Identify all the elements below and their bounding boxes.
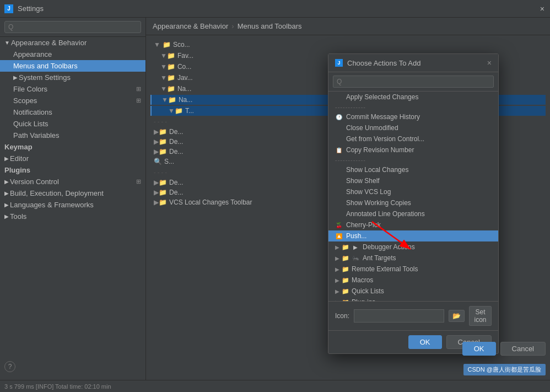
row-label: Na...: [179, 96, 192, 104]
sidebar-item-version-control[interactable]: ▶ Version Control ⊞: [0, 176, 145, 187]
expand-icon: ▶: [13, 74, 18, 80]
modal-item-show-shelf[interactable]: Show Shelf: [328, 175, 498, 186]
window-cancel-button[interactable]: Cancel: [500, 342, 546, 356]
modal-item-debugger-actions[interactable]: ▶ 📁 ▶ Debugger Actions: [328, 241, 498, 253]
modal-item-cherry-pick[interactable]: 🍒 Cherry-Pick: [328, 219, 498, 230]
icon-label: Icon:: [335, 312, 349, 320]
arrow-icon: ▶: [154, 128, 159, 136]
window-ok-button[interactable]: OK: [462, 342, 496, 356]
modal-item-commit-history[interactable]: 🕐 Commit Message History: [328, 111, 498, 122]
sidebar-search-input[interactable]: [4, 21, 141, 33]
expand-icon: ▶: [335, 277, 339, 283]
expand-icon: ▶: [335, 266, 339, 272]
status-text: 3 s 799 ms [INFO] Total time: 02:10 min: [4, 383, 111, 390]
sidebar-item-plugins[interactable]: Plugins: [0, 164, 145, 176]
title-bar: J Settings ×: [0, 0, 550, 18]
modal-item-push[interactable]: 🔼 Push...: [328, 230, 498, 241]
sidebar-item-notifications[interactable]: Notifications: [0, 106, 145, 118]
sidebar: ▼ Appearance & Behavior Appearance Menus…: [0, 18, 146, 380]
expand-icon: ▶: [335, 244, 339, 250]
status-bar: 3 s 799 ms [INFO] Total time: 02:10 min: [0, 380, 550, 392]
sidebar-item-appearance[interactable]: Appearance: [0, 49, 145, 60]
item-label: Close Unmodified: [346, 124, 398, 132]
sidebar-label: Editor: [10, 154, 29, 163]
sidebar-item-file-colors[interactable]: File Colors ⊞: [0, 83, 145, 95]
modal-item-get-from-vcs[interactable]: Get from Version Control...: [328, 133, 498, 144]
sidebar-item-languages[interactable]: ▶ Languages & Frameworks: [0, 199, 145, 211]
modal-actions-list: Apply Selected Changes ------------ 🕐 Co…: [328, 92, 498, 301]
row-label: Na...: [177, 85, 191, 93]
window-close-button[interactable]: ×: [540, 4, 544, 13]
row-label: De...: [169, 128, 183, 136]
modal-item-apply-selected[interactable]: Apply Selected Changes: [328, 92, 498, 103]
sidebar-item-path-variables[interactable]: Path Variables: [0, 130, 145, 141]
item-icon: ▶: [352, 243, 359, 251]
modal-item-annotated-line[interactable]: Annotated Line Operations: [328, 208, 498, 219]
sidebar-item-build[interactable]: ▶ Build, Execution, Deployment: [0, 187, 145, 199]
folder-icon: 📁: [159, 128, 167, 136]
sidebar-label: Notifications: [13, 108, 52, 116]
modal-item-copy-revision[interactable]: 📋 Copy Revision Number: [328, 144, 498, 155]
item-label: Macros: [352, 276, 373, 284]
folder-icon: 📁: [159, 138, 167, 146]
sidebar-item-quick-lists[interactable]: Quick Lists: [0, 118, 145, 130]
item-label: Get from Version Control...: [346, 135, 424, 143]
sidebar-item-tools[interactable]: ▶ Tools: [0, 211, 145, 222]
icon-input[interactable]: [354, 309, 444, 323]
item-label: Ant Targets: [363, 254, 396, 262]
sidebar-item-scopes[interactable]: Scopes ⊞: [0, 95, 145, 106]
item-label: Copy Revision Number: [346, 146, 414, 154]
item-label: Show VCS Log: [346, 188, 391, 196]
sidebar-item-menus-toolbars[interactable]: Menus and Toolbars: [0, 60, 145, 72]
row-label: De...: [169, 179, 183, 186]
folder-icon: 📁: [342, 266, 349, 273]
row-label: Co...: [177, 63, 191, 71]
modal-close-button[interactable]: ×: [487, 58, 492, 67]
sidebar-label: Version Control: [10, 178, 59, 186]
item-icon: [335, 93, 343, 101]
separator-text: ------------: [335, 104, 366, 110]
browse-icon-button[interactable]: 📂: [449, 310, 465, 322]
modal-search-input[interactable]: [333, 76, 494, 88]
sidebar-item-editor[interactable]: ▶ Editor: [0, 153, 145, 164]
sidebar-item-appearance-behavior[interactable]: ▼ Appearance & Behavior: [0, 37, 145, 49]
tree-row: ▼ 📁 Sco...: [150, 40, 546, 50]
modal-item-macros[interactable]: ▶ 📁 Macros: [328, 275, 498, 286]
folder-icon: 📁: [175, 107, 183, 115]
modal-item-show-vcs-log[interactable]: Show VCS Log: [328, 186, 498, 197]
row-label: De...: [169, 138, 183, 146]
modal-item-close-unmodified[interactable]: Close Unmodified: [328, 122, 498, 133]
row-label: VCS Local Changes Toolbar: [169, 198, 252, 206]
folder-icon: 📁: [159, 189, 167, 196]
folder-icon: 📁: [163, 41, 171, 49]
breadcrumb-separator: ›: [231, 22, 234, 30]
modal-item-show-local[interactable]: Show Local Changes: [328, 164, 498, 175]
item-label: Quick Lists: [352, 287, 384, 295]
sidebar-label: Languages & Frameworks: [10, 201, 94, 209]
modal-item-quick-lists[interactable]: ▶ 📁 Quick Lists: [328, 286, 498, 297]
item-label: Show Local Changes: [346, 166, 408, 174]
modal-item-ant-targets[interactable]: ▶ 📁 🐜 Ant Targets: [328, 253, 498, 264]
arrow-icon: ▼: [160, 52, 167, 60]
expand-icon: ▶: [4, 202, 9, 208]
arrow-icon: ▼: [161, 96, 168, 104]
item-label: Apply Selected Changes: [346, 93, 418, 101]
sidebar-item-keymap[interactable]: Keymap: [0, 141, 145, 153]
set-icon-button[interactable]: Set icon: [469, 306, 492, 326]
modal-item-show-working[interactable]: Show Working Copies: [328, 197, 498, 208]
sidebar-label: Menus and Toolbars: [13, 62, 78, 70]
help-button[interactable]: ?: [4, 361, 15, 372]
arrow-icon: ▼: [160, 74, 167, 82]
sidebar-label: Appearance: [13, 50, 52, 58]
folder-icon: 📁: [342, 288, 349, 295]
item-icon: [335, 188, 343, 196]
folder-icon: 📁: [342, 244, 349, 251]
modal-item-remote-external[interactable]: ▶ 📁 Remote External Tools: [328, 264, 498, 275]
expand-icon: ▶: [4, 179, 9, 185]
vc-icon: ⊞: [136, 178, 141, 185]
modal-ok-button[interactable]: OK: [408, 335, 442, 349]
window-action-buttons: OK Cancel: [458, 337, 550, 360]
sidebar-item-system-settings[interactable]: ▶ System Settings: [0, 72, 145, 83]
item-label: Show Shelf: [346, 177, 380, 185]
modal-item-plug-ins[interactable]: ▶ 📁 Plug-ins: [328, 297, 498, 301]
